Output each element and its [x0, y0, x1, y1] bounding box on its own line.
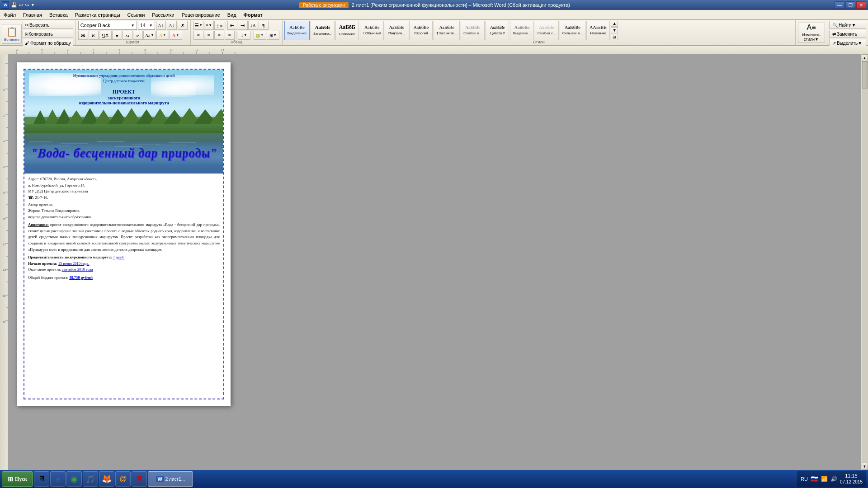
active-tab-label[interactable]: Работа с рисунками: [299, 2, 349, 8]
menu-item-references[interactable]: Ссылки: [124, 10, 149, 19]
styles-up-arrow[interactable]: ▲: [611, 21, 618, 27]
taskbar-app-firefox[interactable]: 🦊: [99, 471, 114, 487]
style-item-3[interactable]: АаБбВе↑ Обычный: [360, 21, 384, 40]
list-bullet-button[interactable]: ☰▼: [193, 21, 203, 30]
shrink-font-button[interactable]: A↓: [167, 21, 177, 30]
strikethrough-button[interactable]: а: [112, 31, 122, 40]
taskbar-app-audio[interactable]: 🎵: [83, 471, 98, 487]
style-item-5[interactable]: АаБбВеСтрогий: [409, 21, 433, 40]
menu-item-page-layout[interactable]: Разметка страницы: [71, 10, 124, 19]
quick-access-save[interactable]: 💾: [11, 2, 17, 8]
cut-button[interactable]: ✂ Вырезать: [23, 21, 73, 29]
align-right-button[interactable]: ≡: [214, 31, 224, 40]
start-button[interactable]: ⊞ Пуск: [2, 471, 33, 487]
change-styles-button[interactable]: A≡ Изменить стили▼: [798, 23, 825, 42]
binoculars-icon: 🔍: [832, 23, 838, 28]
menu-item-format[interactable]: Формат: [240, 10, 266, 19]
taskbar-app-media[interactable]: ◉: [66, 471, 82, 487]
show-para-button[interactable]: ¶: [259, 21, 269, 30]
font-dropdown-arrow[interactable]: ▼: [131, 23, 135, 28]
styles-items-row: АаБбВеВыделение АаБбБЗаголово... АаБбБНа…: [284, 21, 793, 40]
quick-access-redo[interactable]: ↪: [25, 2, 29, 8]
svg-text:10: 10: [3, 217, 6, 221]
scroll-up-button[interactable]: ▲: [862, 54, 868, 61]
tray-locale[interactable]: RU: [801, 476, 808, 482]
style-item-11[interactable]: АаБбВеСильное в...: [560, 21, 586, 40]
taskbar-app-yandex[interactable]: Я: [132, 471, 147, 487]
style-item-0[interactable]: АаБбВеВыделение: [284, 21, 310, 40]
style-item-9[interactable]: АаБбВеВыделен...: [510, 21, 533, 40]
taskbar-app-desktop[interactable]: 🖥: [34, 471, 49, 487]
increase-indent-button[interactable]: ⇥: [238, 21, 248, 30]
paste-button[interactable]: 📋 Вставить: [2, 24, 22, 44]
minimize-button[interactable]: —: [835, 1, 844, 9]
style-item-8[interactable]: АаБбВеЦитата 2: [486, 21, 509, 40]
text-case-button[interactable]: Аа▼: [143, 31, 156, 40]
tray-network-icon: 📶: [821, 476, 828, 483]
shading-button[interactable]: ▩▼: [254, 31, 266, 40]
menu-item-view[interactable]: Вид: [224, 10, 240, 19]
styles-down-arrow[interactable]: ▼: [611, 27, 618, 33]
scroll-thumb[interactable]: [862, 61, 868, 89]
font-size-box[interactable]: 14 ▼: [138, 21, 155, 30]
title-bar: W 💾 ↩ ↪ ▼ Работа с рисунками 2 лист1 [Ре…: [0, 0, 868, 10]
svg-text:0: 0: [41, 48, 43, 52]
font-color-button[interactable]: А▼: [170, 31, 182, 40]
menu-item-review[interactable]: Рецензирование: [178, 10, 224, 19]
page-border-box: Муниципальное учреждение дополнительного…: [24, 69, 224, 399]
sort-button[interactable]: ↕A: [248, 21, 258, 30]
find-button[interactable]: 🔍 Найти▼: [829, 21, 866, 29]
annotation-block: Аннотация: проект экскурсионного оздоров…: [28, 222, 220, 253]
style-4-text: АаБбВеПодзаго...: [388, 25, 405, 36]
highlight-button[interactable]: А▼: [156, 31, 169, 40]
subscript-button[interactable]: x₂: [123, 31, 132, 40]
address-line2: п. Новобурейский, ул. Горького,14,: [28, 183, 220, 189]
close-button[interactable]: ✕: [856, 1, 866, 9]
taskbar-app-email[interactable]: @: [115, 471, 131, 487]
style-item-10[interactable]: АаБбВеСлабая с...: [535, 21, 559, 40]
align-center-button[interactable]: ≡: [204, 31, 214, 40]
menu-item-insert[interactable]: Вставка: [46, 10, 71, 19]
style-item-1[interactable]: АаБбБЗаголово...: [311, 21, 335, 40]
vertical-scrollbar[interactable]: ▲ ▼: [861, 54, 868, 470]
style-item-12[interactable]: ААБбВВНазвание: [586, 21, 610, 40]
menu-item-mailings[interactable]: Рассылки: [148, 10, 178, 19]
style-item-2[interactable]: АаБбБНазвание: [335, 21, 359, 40]
author-label-line: Автор проекта:: [28, 202, 220, 208]
font-size-arrow[interactable]: ▼: [149, 23, 153, 28]
clear-format-button[interactable]: ✗: [178, 21, 188, 30]
style-item-6[interactable]: АаБбВе¶ Без инте...: [434, 21, 460, 40]
restore-button[interactable]: ❐: [845, 1, 855, 9]
style-item-7[interactable]: АаБбВеСлабое в...: [461, 21, 485, 40]
align-left-button[interactable]: ≡: [193, 31, 203, 40]
menu-item-home[interactable]: Главная: [19, 10, 46, 19]
taskbar-app-word[interactable]: W 2 лист1...: [148, 471, 193, 487]
grow-font-button[interactable]: A↑: [156, 21, 166, 30]
line-spacing-button[interactable]: ↕▼: [238, 31, 250, 40]
superscript-button[interactable]: x²: [133, 31, 143, 40]
italic-button[interactable]: К: [89, 31, 99, 40]
scroll-down-button[interactable]: ▼: [862, 463, 868, 470]
list-number-button[interactable]: ≡▼: [204, 21, 214, 30]
justify-button[interactable]: ≡: [225, 31, 235, 40]
multilevel-list-button[interactable]: ⋮≡: [214, 21, 224, 30]
quick-access-more[interactable]: ▼: [31, 3, 35, 7]
replace-button[interactable]: ⇄ Заменить: [829, 30, 866, 38]
quick-access-undo[interactable]: ↩: [19, 2, 23, 8]
decrease-indent-button[interactable]: ⇤: [227, 21, 237, 30]
style-item-4[interactable]: АаБбВеПодзаго...: [385, 21, 408, 40]
document-scroll-area[interactable]: Муниципальное учреждение дополнительного…: [8, 54, 861, 470]
font-name-box[interactable]: Cooper Black ▼: [78, 21, 137, 30]
copy-button[interactable]: ⎘ Копировать: [23, 30, 73, 38]
styles-expand-arrow[interactable]: ⊞: [611, 34, 618, 40]
underline-button[interactable]: Ч▼: [99, 31, 112, 40]
bold-button[interactable]: Ж: [78, 31, 88, 40]
taskbar-app-ie[interactable]: e: [50, 471, 66, 487]
editing-section: 🔍 Найти▼ ⇄ Заменить ↗ Выделить▼ Редактир…: [827, 20, 868, 45]
svg-text:4: 4: [93, 48, 94, 52]
change-styles-section: A≡ Изменить стили▼: [796, 20, 827, 45]
phone-line: ☎: 21-7-16.: [28, 195, 220, 201]
border-button[interactable]: ⊞▼: [267, 31, 279, 40]
select-label: Выделить▼: [837, 41, 862, 46]
menu-item-file[interactable]: Файл: [0, 10, 19, 19]
